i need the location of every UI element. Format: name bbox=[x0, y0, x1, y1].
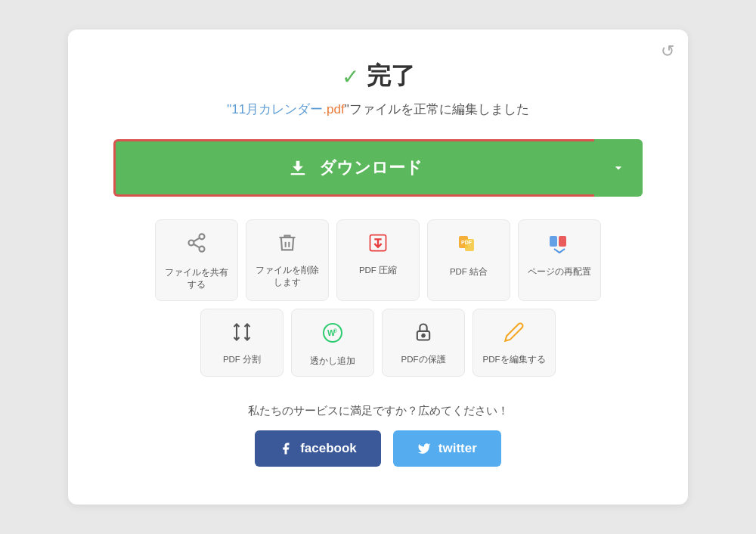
share-text: 私たちのサービスに満足ですか？広めてください！ bbox=[113, 404, 643, 418]
delete-icon bbox=[277, 232, 298, 256]
compress-icon bbox=[367, 232, 389, 256]
tool-rearrange-pdf-label: ページの再配置 bbox=[528, 265, 591, 278]
title-area: ✓ 完了 "11月カレンダー.pdf"ファイルを正常に編集しました bbox=[113, 60, 643, 118]
filename-ext: .pdf bbox=[323, 102, 344, 116]
svg-point-3 bbox=[200, 247, 205, 252]
facebook-button-label: facebook bbox=[300, 441, 357, 456]
tool-split-pdf-label: PDF 分割 bbox=[223, 353, 261, 365]
tool-split-pdf[interactable]: PDF 分割 bbox=[200, 309, 284, 377]
download-options-button[interactable] bbox=[594, 139, 643, 197]
protect-icon bbox=[413, 321, 434, 346]
download-button-label: ダウンロード bbox=[319, 157, 423, 179]
tool-delete-file-label: ファイルを削除します bbox=[253, 264, 322, 288]
tool-delete-file[interactable]: ファイルを削除します bbox=[246, 219, 329, 300]
facebook-icon bbox=[279, 442, 293, 455]
download-area: ダウンロード bbox=[113, 139, 643, 197]
facebook-button[interactable]: facebook bbox=[255, 430, 381, 467]
title-row: ✓ 完了 bbox=[113, 60, 643, 93]
merge-icon: PDF bbox=[457, 232, 480, 258]
tool-share-file[interactable]: ファイルを共有する bbox=[155, 219, 238, 300]
svg-line-4 bbox=[194, 244, 200, 248]
split-icon bbox=[231, 321, 253, 346]
download-button[interactable]: ダウンロード bbox=[113, 139, 594, 197]
svg-text:PDF: PDF bbox=[461, 240, 472, 245]
svg-point-2 bbox=[189, 241, 194, 246]
svg-point-1 bbox=[200, 234, 205, 240]
main-card: ↺ ✓ 完了 "11月カレンダー.pdf"ファイルを正常に編集しました ダウンロ… bbox=[68, 29, 688, 504]
tool-merge-pdf[interactable]: PDF PDF 結合 bbox=[427, 219, 510, 300]
tool-edit-pdf[interactable]: PDFを編集する bbox=[472, 309, 556, 377]
tool-share-file-label: ファイルを共有する bbox=[162, 266, 231, 290]
svg-rect-0 bbox=[291, 173, 305, 175]
twitter-button-label: twitter bbox=[438, 441, 477, 456]
twitter-icon bbox=[417, 442, 431, 455]
tool-compress-pdf[interactable]: PDF 圧縮 bbox=[336, 219, 420, 300]
share-buttons: facebook twitter bbox=[113, 430, 643, 467]
chevron-down-icon bbox=[611, 160, 626, 175]
svg-rect-12 bbox=[550, 236, 557, 247]
watermark-icon: W ® bbox=[321, 321, 344, 347]
twitter-button[interactable]: twitter bbox=[393, 430, 501, 467]
tool-compress-pdf-label: PDF 圧縮 bbox=[359, 264, 397, 276]
tool-rearrange-pdf[interactable]: ページの再配置 bbox=[518, 219, 601, 300]
share-area: 私たちのサービスに満足ですか？広めてください！ facebook twitter bbox=[113, 404, 643, 467]
svg-text:®: ® bbox=[333, 328, 338, 334]
svg-point-20 bbox=[422, 334, 425, 337]
subtitle-suffix: "ファイルを正常に編集しました bbox=[345, 102, 529, 116]
refresh-button[interactable]: ↺ bbox=[661, 43, 674, 60]
share-file-icon bbox=[186, 232, 207, 259]
edit-icon bbox=[503, 321, 525, 346]
tool-protect-pdf-label: PDFの保護 bbox=[401, 353, 446, 365]
page-title: 完了 bbox=[367, 60, 415, 93]
download-icon bbox=[287, 157, 308, 179]
tool-watermark-pdf[interactable]: W ® 透かし追加 bbox=[291, 309, 374, 377]
filename-prefix: "11月カレンダー bbox=[227, 102, 323, 116]
tool-protect-pdf[interactable]: PDFの保護 bbox=[382, 309, 465, 377]
tools-grid: ファイルを共有する ファイルを削除します PDF 圧縮 bbox=[113, 219, 643, 376]
tool-merge-pdf-label: PDF 結合 bbox=[450, 265, 488, 278]
rearrange-icon bbox=[548, 232, 571, 258]
tool-watermark-pdf-label: 透かし追加 bbox=[310, 355, 355, 367]
check-icon: ✓ bbox=[342, 64, 359, 89]
tool-edit-pdf-label: PDFを編集する bbox=[483, 353, 546, 365]
subtitle: "11月カレンダー.pdf"ファイルを正常に編集しました bbox=[113, 101, 643, 118]
svg-line-5 bbox=[194, 238, 200, 242]
svg-rect-13 bbox=[559, 236, 566, 247]
